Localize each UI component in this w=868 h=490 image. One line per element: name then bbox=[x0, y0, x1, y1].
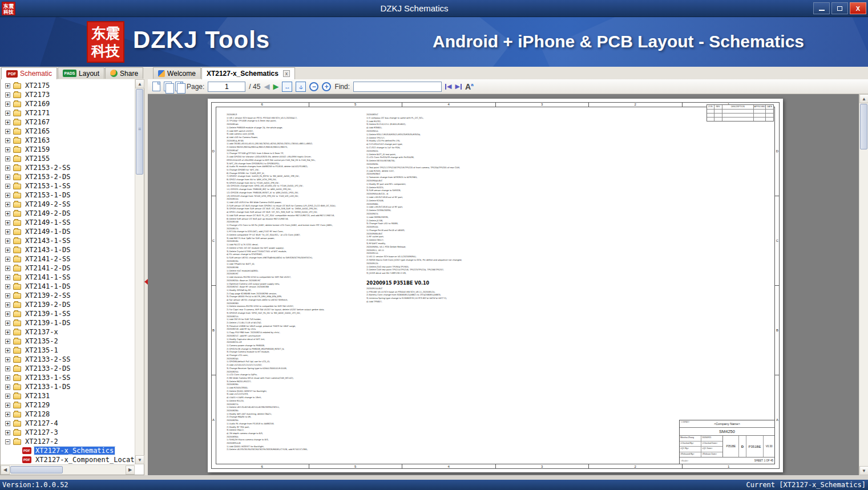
maximize-button[interactable] bbox=[831, 2, 848, 14]
sidebar-folder-item[interactable]: +XT2153-1-DS bbox=[1, 191, 135, 200]
sidebar-folder-item[interactable]: +XT2133-2-DS bbox=[1, 364, 135, 373]
sidebar-folder-item[interactable]: +XT2143-1-DS bbox=[1, 245, 135, 254]
expand-toggle-icon[interactable]: + bbox=[5, 348, 10, 353]
expand-toggle-icon[interactable]: + bbox=[5, 357, 10, 362]
previous-page-icon[interactable]: ◀ bbox=[264, 83, 269, 90]
sidebar-folder-item[interactable]: +XT2139-1-DS bbox=[1, 318, 135, 327]
expand-toggle-icon[interactable]: + bbox=[5, 120, 10, 125]
expand-toggle-icon[interactable]: + bbox=[5, 147, 10, 152]
scrollbar-thumb[interactable] bbox=[860, 104, 867, 149]
continuous-view-icon[interactable] bbox=[175, 82, 183, 91]
expand-toggle-icon[interactable]: + bbox=[5, 229, 10, 234]
expand-toggle-icon[interactable]: + bbox=[5, 302, 10, 307]
zoom-out-icon[interactable]: − bbox=[309, 82, 318, 91]
sidebar-folder-item[interactable]: +XT2143-1-SS bbox=[1, 236, 135, 245]
expand-toggle-icon[interactable]: + bbox=[5, 403, 10, 408]
sidebar-folder-item[interactable]: +XT2133-2-SS bbox=[1, 355, 135, 364]
sidebar-folder-item[interactable]: +XT2149-2-DS bbox=[1, 209, 135, 218]
sidebar-folder-item[interactable]: +XT2127-4 bbox=[1, 419, 135, 428]
expand-toggle-icon[interactable]: + bbox=[5, 92, 10, 98]
find-next-icon[interactable]: ▶ bbox=[455, 83, 462, 90]
scroll-up-icon[interactable]: ▲ bbox=[135, 79, 144, 88]
sidebar-vertical-scrollbar[interactable]: ▲ ▼ bbox=[135, 79, 144, 464]
sidebar-folder-item[interactable]: +XT2165 bbox=[1, 127, 135, 136]
tab-schematic[interactable]: PDF Schematic bbox=[1, 67, 57, 79]
expand-toggle-icon[interactable]: + bbox=[5, 220, 10, 225]
expand-toggle-icon[interactable]: + bbox=[5, 102, 10, 107]
expand-toggle-icon[interactable]: + bbox=[5, 257, 10, 262]
expand-toggle-icon[interactable]: + bbox=[5, 339, 10, 344]
scrollbar-thumb[interactable] bbox=[136, 89, 143, 175]
expand-toggle-icon[interactable]: + bbox=[5, 311, 10, 317]
viewer-vertical-scrollbar[interactable]: ▲ ▼ bbox=[859, 94, 868, 475]
facing-pages-view-icon[interactable] bbox=[164, 82, 172, 91]
sidebar-folder-item[interactable]: +XT2129 bbox=[1, 400, 135, 410]
expand-toggle-icon[interactable]: + bbox=[5, 111, 10, 116]
sidebar-folder-item[interactable]: +XT2141-1-DS bbox=[1, 282, 135, 291]
expand-toggle-icon[interactable]: + bbox=[5, 275, 10, 280]
expand-toggle-icon[interactable]: + bbox=[5, 202, 10, 207]
sidebar-document-item[interactable]: PDFXT2127-x_Schematics bbox=[1, 446, 135, 455]
sidebar-folder-item[interactable]: +XT2171 bbox=[1, 108, 135, 118]
sidebar-folder-item[interactable]: +XT2173 bbox=[1, 90, 135, 99]
scroll-up-icon[interactable]: ▲ bbox=[859, 94, 868, 103]
sidebar-folder-item[interactable]: +XT2155 bbox=[1, 154, 135, 163]
close-tab-icon[interactable]: x bbox=[283, 70, 290, 77]
pdf-page[interactable]: 654321 654321 DCBA DCBA 202008131) V8.1 … bbox=[208, 99, 783, 472]
expand-toggle-icon[interactable]: + bbox=[5, 293, 10, 298]
find-previous-icon[interactable]: ◀ bbox=[445, 83, 451, 90]
expand-toggle-icon[interactable]: + bbox=[5, 330, 10, 335]
expand-toggle-icon[interactable]: + bbox=[5, 165, 10, 171]
tab-document-xt2127[interactable]: XT2127-x_Schematics x bbox=[201, 67, 295, 79]
sidebar-folder-item[interactable]: +XT2153-2-SS bbox=[1, 163, 135, 172]
tab-layout[interactable]: PADS Layout bbox=[58, 67, 104, 79]
next-page-icon[interactable]: ▶ bbox=[273, 83, 278, 90]
sidebar-folder-item[interactable]: +XT2139-2-SS bbox=[1, 291, 135, 300]
sidebar-folder-item[interactable]: +XT2135-2 bbox=[1, 337, 135, 346]
sidebar-folder-item[interactable]: +XT2135-1 bbox=[1, 346, 135, 355]
pdf-viewer-canvas[interactable]: 654321 654321 DCBA DCBA 202008131) V8.1 … bbox=[148, 94, 868, 475]
expand-toggle-icon[interactable]: + bbox=[5, 266, 10, 271]
expand-toggle-icon[interactable]: + bbox=[5, 138, 10, 143]
expand-toggle-icon[interactable]: + bbox=[5, 156, 10, 161]
page-number-input[interactable] bbox=[208, 82, 245, 92]
close-button[interactable]: X bbox=[850, 2, 866, 14]
single-page-view-icon[interactable] bbox=[152, 82, 160, 91]
sidebar-folder-item[interactable]: +XT2169 bbox=[1, 99, 135, 108]
minimize-button[interactable] bbox=[813, 2, 830, 14]
fit-width-icon[interactable]: ↔ bbox=[282, 82, 292, 92]
expand-toggle-icon[interactable]: + bbox=[5, 211, 10, 216]
expand-toggle-icon[interactable]: + bbox=[5, 129, 10, 134]
sidebar-folder-item[interactable]: +XT2127-3 bbox=[1, 428, 135, 437]
expand-toggle-icon[interactable]: + bbox=[5, 366, 10, 371]
scroll-left-icon[interactable]: ◀ bbox=[1, 465, 10, 475]
sidebar-folder-item[interactable]: +XT2128 bbox=[1, 410, 135, 419]
scroll-right-icon[interactable]: ▶ bbox=[126, 465, 135, 475]
expand-toggle-icon[interactable]: − bbox=[5, 439, 10, 444]
expand-toggle-icon[interactable]: + bbox=[5, 184, 10, 189]
sidebar-folder-item[interactable]: +XT2149-1-SS bbox=[1, 218, 135, 227]
sidebar-folder-item[interactable]: +XT2137-x bbox=[1, 327, 135, 337]
expand-toggle-icon[interactable]: + bbox=[5, 193, 10, 198]
scroll-down-icon[interactable]: ▼ bbox=[135, 455, 144, 464]
expand-toggle-icon[interactable]: + bbox=[5, 83, 10, 88]
sidebar-document-item[interactable]: PDFXT2127-x_Component_Locati bbox=[1, 455, 135, 464]
sidebar-folder-item[interactable]: +XT2167 bbox=[1, 118, 135, 127]
sidebar-folder-item[interactable]: +XT2141-1-SS bbox=[1, 273, 135, 282]
sidebar-folder-item[interactable]: +XT2159 bbox=[1, 145, 135, 154]
expand-toggle-icon[interactable]: + bbox=[5, 421, 10, 426]
sidebar-folder-item[interactable]: +XT2153-2-DS bbox=[1, 172, 135, 181]
sidebar-folder-item[interactable]: +XT2133-1-DS bbox=[1, 382, 135, 391]
sidebar-folder-item[interactable]: −XT2127-2 bbox=[1, 437, 135, 446]
zoom-in-icon[interactable]: + bbox=[322, 82, 331, 91]
expand-toggle-icon[interactable]: + bbox=[5, 394, 10, 399]
sidebar-folder-item[interactable]: +XT2149-1-DS bbox=[1, 227, 135, 236]
sidebar-folder-item[interactable]: +XT2149-2-SS bbox=[1, 200, 135, 209]
match-case-icon[interactable]: Aa bbox=[465, 82, 474, 91]
scrollbar-thumb[interactable] bbox=[10, 466, 63, 473]
expand-toggle-icon[interactable]: + bbox=[5, 238, 10, 244]
expand-toggle-icon[interactable]: + bbox=[5, 175, 10, 180]
find-input[interactable] bbox=[353, 82, 442, 92]
expand-toggle-icon[interactable]: + bbox=[5, 412, 10, 417]
expand-toggle-icon[interactable]: + bbox=[5, 284, 10, 289]
